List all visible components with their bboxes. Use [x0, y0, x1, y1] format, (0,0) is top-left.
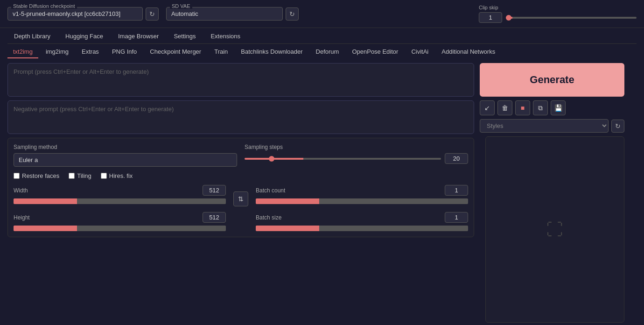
batch-size-row: Batch size 1	[256, 212, 468, 223]
dimensions-row: Width 512 ⇅ Batch count 1	[14, 185, 468, 206]
sampling-method-label: Sampling method	[14, 144, 237, 150]
height-slider[interactable]	[14, 226, 226, 231]
width-slider[interactable]	[14, 198, 226, 204]
tiling-input[interactable]	[69, 173, 75, 179]
save-icon: 💾	[554, 104, 562, 112]
nav-tab-image-browser[interactable]: Image Browser	[112, 30, 165, 42]
tab-additional-networks[interactable]: Additional Networks	[436, 46, 501, 58]
sampling-steps-slider[interactable]	[245, 158, 441, 160]
sampling-method-col: Sampling method Euler a	[14, 144, 237, 167]
restore-faces-label: Restore faces	[22, 172, 59, 179]
arrow-tool-btn[interactable]: ↙	[480, 100, 495, 115]
sampling-method-wrapper: Euler a	[14, 153, 237, 167]
vae-group: SD VAE Automatic ↻	[166, 7, 299, 21]
styles-refresh-btn[interactable]: ↻	[611, 120, 624, 133]
swap-dimensions-btn[interactable]: ⇅	[233, 191, 248, 206]
clip-skip-slider[interactable]	[506, 17, 637, 19]
styles-row: Styles ↻	[480, 119, 624, 133]
vae-select[interactable]: Automatic	[166, 7, 283, 21]
batch-count-col: Batch count 1	[256, 185, 468, 204]
checkpoint-refresh-btn[interactable]: ↻	[146, 7, 159, 21]
width-col: Width 512	[14, 185, 226, 204]
nav-tab-depth-library[interactable]: Depth Library	[7, 30, 57, 42]
tab-batchlinks-downloader[interactable]: Batchlinks Downloader	[235, 46, 308, 58]
batch-count-slider[interactable]	[256, 198, 468, 204]
restore-faces-input[interactable]	[14, 173, 20, 179]
sampling-row: Sampling method Euler a Sampling steps 2…	[14, 144, 468, 167]
batch-size-slider[interactable]	[256, 226, 468, 231]
copy-tool-btn[interactable]: ⧉	[533, 100, 548, 115]
nav-tab-extensions[interactable]: Extensions	[204, 30, 247, 42]
tab-deforum[interactable]: Deforum	[310, 46, 345, 58]
vae-wrapper: Automatic ↻	[166, 7, 299, 21]
tiling-checkbox[interactable]: Tiling	[69, 172, 91, 179]
negative-prompt-input[interactable]	[7, 100, 474, 134]
hires-fix-input[interactable]	[101, 173, 107, 179]
sampling-steps-row: 20	[245, 153, 468, 164]
checkboxes-row: Restore faces Tiling Hires. fix	[14, 172, 468, 179]
trash-icon: 🗑	[502, 104, 508, 112]
trash-tool-btn[interactable]: 🗑	[497, 100, 512, 115]
nav-tab-settings[interactable]: Settings	[167, 30, 202, 42]
checkpoint-label: Stable Diffusion checkpoint	[11, 3, 77, 9]
hires-fix-checkbox[interactable]: Hires. fix	[101, 172, 133, 179]
checkpoint-group: Stable Diffusion checkpoint v1-5-pruned-…	[7, 7, 159, 21]
width-row: Width 512	[14, 185, 226, 196]
batch-size-value[interactable]: 1	[445, 212, 468, 223]
save-tool-btn[interactable]: 💾	[551, 100, 566, 115]
red-tool-btn[interactable]: ■	[515, 100, 530, 115]
height-row: Height 512	[14, 212, 226, 223]
width-value[interactable]: 512	[203, 185, 226, 196]
sampling-steps-value[interactable]: 20	[445, 153, 468, 164]
styles-refresh-icon: ↻	[615, 122, 621, 130]
vae-refresh-btn[interactable]: ↻	[286, 7, 299, 21]
copy-icon: ⧉	[538, 104, 543, 112]
swap-icon: ⇅	[238, 195, 244, 203]
height-value[interactable]: 512	[203, 212, 226, 223]
height-label: Height	[14, 214, 30, 221]
checkpoint-wrapper: v1-5-pruned-emaonly.ckpt [cc6cb27103] ↻	[7, 7, 159, 21]
sampling-steps-label: Sampling steps	[245, 144, 468, 150]
sampling-steps-col: Sampling steps 20	[245, 144, 468, 164]
clip-skip-value[interactable]: 1	[479, 12, 502, 23]
batch-size-col: Batch size 1	[256, 212, 468, 231]
hires-fix-label: Hires. fix	[109, 172, 133, 179]
positive-prompt-input[interactable]	[7, 63, 474, 97]
tab-civitai[interactable]: CivitAi	[406, 46, 434, 58]
restore-faces-checkbox[interactable]: Restore faces	[14, 172, 59, 179]
red-icon: ■	[521, 104, 525, 112]
tab-img2img[interactable]: img2img	[40, 46, 74, 58]
clip-skip-group: Clip skip 1	[479, 5, 637, 23]
settings-panel: Sampling method Euler a Sampling steps 2…	[7, 138, 474, 237]
batch-size-label: Batch size	[256, 214, 281, 221]
left-panel: Sampling method Euler a Sampling steps 2…	[7, 63, 474, 323]
tab-openpose-editor[interactable]: OpenPose Editor	[346, 46, 404, 58]
batch-count-value[interactable]: 1	[445, 185, 468, 196]
tiling-label: Tiling	[77, 172, 91, 179]
right-panel: Generate ↙ 🗑 ■ ⧉ 💾 Styles	[480, 63, 624, 323]
top-nav-row: Depth Library Hugging Face Image Browser…	[7, 30, 637, 44]
image-area: ⛶	[485, 136, 624, 323]
main-content: Sampling method Euler a Sampling steps 2…	[0, 58, 644, 325]
vae-label: SD VAE	[170, 3, 192, 9]
height-batchsize-row: Height 512 Batch size 1	[14, 212, 468, 231]
toolbar-row: ↙ 🗑 ■ ⧉ 💾	[480, 100, 624, 115]
tab-checkpoint-merger[interactable]: Checkpoint Merger	[144, 46, 207, 58]
nav-tab-hugging-face[interactable]: Hugging Face	[59, 30, 110, 42]
sampling-method-select[interactable]: Euler a	[14, 153, 237, 167]
styles-select[interactable]: Styles	[480, 119, 609, 133]
checkpoint-select[interactable]: v1-5-pruned-emaonly.ckpt [cc6cb27103]	[7, 7, 143, 21]
tab-train[interactable]: Train	[209, 46, 233, 58]
tab-txt2img[interactable]: txt2img	[7, 46, 38, 58]
width-label: Width	[14, 187, 28, 194]
top-bar: Stable Diffusion checkpoint v1-5-pruned-…	[0, 0, 644, 28]
nav-section: Depth Library Hugging Face Image Browser…	[0, 28, 644, 58]
clip-skip-row: 1	[479, 12, 637, 23]
tab-extras[interactable]: Extras	[76, 46, 105, 58]
tab-png-info[interactable]: PNG Info	[106, 46, 142, 58]
vae-refresh-icon: ↻	[289, 10, 295, 18]
generate-button[interactable]: Generate	[480, 63, 624, 97]
clip-skip-label: Clip skip	[479, 5, 637, 10]
arrow-icon: ↙	[484, 104, 490, 112]
sub-nav-row: txt2img img2img Extras PNG Info Checkpoi…	[7, 44, 637, 58]
